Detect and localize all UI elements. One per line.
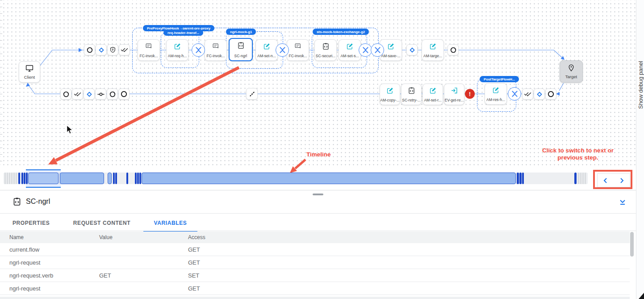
variable-name: ngrl-request.verb — [0, 272, 90, 279]
timeline-segment[interactable] — [7, 173, 8, 184]
flow-callout-icon — [145, 42, 153, 52]
timeline-segment[interactable] — [142, 173, 516, 184]
timeline-segment[interactable] — [26, 173, 28, 184]
timeline-segment[interactable] — [9, 173, 10, 184]
policy-node[interactable]: FC-invok... — [205, 39, 227, 61]
flow-callout-icon — [212, 42, 220, 52]
step-circle-icon[interactable] — [118, 88, 130, 100]
error-icon[interactable] — [465, 89, 475, 99]
timeline-segment[interactable] — [115, 173, 117, 184]
step-circle-icon[interactable] — [545, 88, 556, 100]
tab-request-content[interactable]: REQUEST CONTENT — [63, 214, 141, 231]
show-debug-panel-toggle[interactable]: Show debug panel — [636, 0, 644, 299]
step-double-check-icon[interactable] — [522, 88, 533, 100]
variables-table-header: Name Value Access — [0, 232, 630, 243]
policy-node-label: AM-set-n... — [257, 54, 276, 58]
timeline-segment[interactable] — [16, 173, 17, 184]
step-condition-diamond-icon[interactable] — [406, 44, 418, 55]
policy-node[interactable]: SC-securi... — [314, 39, 337, 61]
timeline-segment[interactable] — [24, 173, 25, 184]
variable-access: GET — [179, 246, 630, 253]
policy-node[interactable]: AM-set-r... — [422, 84, 443, 105]
timeline-segment[interactable] — [108, 173, 112, 184]
step-circle-icon[interactable] — [447, 44, 459, 55]
collapse-group-button[interactable] — [359, 43, 372, 57]
timeline-segment[interactable] — [28, 173, 59, 184]
timeline-segment[interactable] — [4, 173, 6, 184]
route-icon[interactable] — [246, 88, 258, 100]
timeline-segment[interactable] — [585, 173, 586, 184]
step-condition-diamond-icon[interactable] — [96, 44, 107, 55]
policy-node-selected[interactable]: SC-ngrl — [229, 38, 253, 61]
client-node[interactable]: Client — [19, 61, 40, 83]
step-commit-icon[interactable] — [95, 88, 106, 100]
timeline-segment[interactable] — [517, 173, 519, 184]
timeline-segment[interactable] — [522, 173, 524, 184]
timeline-segment[interactable] — [135, 173, 137, 184]
timeline-segment[interactable] — [139, 173, 141, 184]
step-double-check-icon[interactable] — [72, 88, 83, 100]
timeline-segment[interactable] — [60, 173, 104, 184]
timeline-segment[interactable] — [519, 173, 522, 184]
mouse-cursor — [65, 125, 74, 135]
timeline-segment[interactable] — [13, 173, 15, 184]
timeline-segment[interactable] — [574, 173, 577, 184]
step-condition-diamond-icon[interactable] — [534, 88, 545, 100]
policy-node[interactable]: AM-targe... — [422, 39, 444, 61]
tab-properties[interactable]: PROPERTIES — [2, 214, 60, 231]
collapse-panel-icon[interactable] — [619, 198, 626, 207]
timeline-segment[interactable] — [582, 173, 584, 184]
timeline-segment[interactable] — [137, 173, 139, 184]
service-callout-icon — [13, 197, 21, 208]
policy-node[interactable]: SC-retry-... — [401, 84, 422, 105]
policy-node[interactable]: FC-invok... — [287, 39, 309, 61]
tab-variables[interactable]: VARIABLES — [143, 214, 198, 232]
timeline-segment[interactable] — [11, 173, 13, 184]
switch-step-annotation-note: Click to switch to next or previous step… — [538, 147, 618, 161]
assign-message-icon — [492, 86, 500, 96]
policy-node[interactable]: AM-copy-... — [380, 84, 400, 105]
annotation-highlight-box — [593, 170, 632, 189]
step-double-check-icon[interactable] — [119, 44, 130, 55]
policy-node[interactable]: AM-req-h... — [166, 39, 188, 61]
variable-value: GET — [90, 272, 179, 279]
policy-node-label: AM-save-... — [381, 54, 400, 58]
group-label-req-header: req-header-transf... — [163, 29, 203, 36]
monitor-icon — [25, 64, 34, 74]
collapse-group-button[interactable] — [508, 87, 521, 101]
policy-node[interactable]: EV-get-re... — [444, 84, 464, 105]
table-row: ngrl-request GET — [0, 282, 630, 295]
show-debug-panel-label: Show debug panel — [637, 61, 644, 109]
column-header-name: Name — [0, 234, 90, 240]
debug-details-panel: SC-ngrl PROPERTIES REQUEST CONTENT VARIA… — [0, 190, 636, 299]
vertical-scrollbar-thumb[interactable] — [630, 232, 634, 257]
step-circle-icon[interactable] — [60, 88, 71, 100]
timeline-segment[interactable] — [578, 173, 579, 184]
assign-message-icon — [263, 42, 271, 52]
timeline-segment[interactable] — [113, 173, 115, 184]
group-label-sts-mock: sts-mock-token-exchange-g2 — [313, 29, 369, 35]
service-callout-icon — [322, 42, 330, 52]
collapse-group-button[interactable] — [371, 43, 384, 57]
variable-name: current.flow — [0, 246, 90, 253]
step-shield-icon[interactable] — [107, 44, 118, 55]
policy-node-label: SC-securi... — [316, 54, 335, 58]
timeline-segment[interactable] — [126, 173, 128, 184]
policy-node[interactable]: FC-invok... — [138, 39, 160, 61]
collapse-group-button[interactable] — [276, 43, 289, 57]
step-circle-icon[interactable] — [84, 44, 95, 55]
policy-node[interactable]: AM-res-h... — [485, 83, 507, 105]
table-row-partial — [0, 297, 630, 299]
step-circle-icon[interactable] — [107, 88, 118, 100]
timeline-segment[interactable] — [580, 173, 581, 184]
step-condition-diamond-icon[interactable] — [84, 88, 95, 100]
target-node[interactable]: Target — [560, 60, 583, 83]
timeline-segment[interactable] — [21, 173, 23, 184]
timeline-segment[interactable] — [18, 173, 20, 184]
policy-node[interactable]: AM-set-s... — [339, 39, 361, 61]
collapse-group-button[interactable] — [192, 43, 205, 57]
assign-message-icon — [386, 87, 394, 96]
policy-node-label: AM-res-h... — [486, 97, 505, 102]
panel-tabs: PROPERTIES REQUEST CONTENT VARIABLES — [2, 214, 197, 231]
policy-node[interactable]: AM-set-n... — [255, 39, 278, 61]
